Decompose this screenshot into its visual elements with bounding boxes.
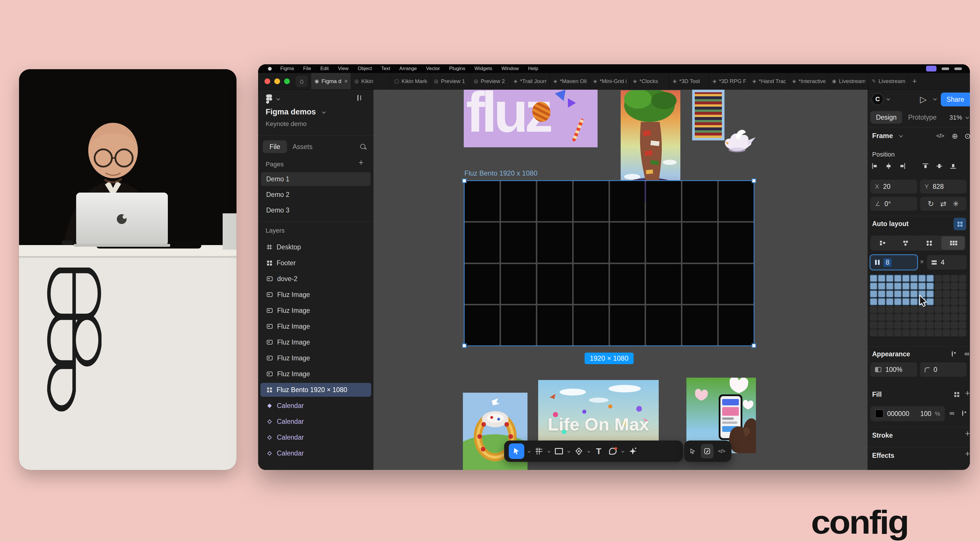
menu-item[interactable]: Text [381,66,390,72]
browser-tab[interactable]: ◎Preview 1 [431,73,470,89]
grid-picker-cell[interactable] [942,275,950,282]
fluz-artwork[interactable]: fluz [464,90,598,147]
align-left-icon[interactable] [871,162,878,170]
actions-button[interactable] [628,443,638,459]
bento-cell[interactable] [682,223,717,263]
grid-picker-cell[interactable] [910,321,918,329]
grid-picker-cell[interactable] [959,275,966,282]
add-effect-button[interactable]: + [965,449,970,459]
project-name[interactable]: Keynote demo [266,120,307,128]
grid-picker-cell[interactable] [951,275,958,282]
figma-menu-icon[interactable] [266,94,272,104]
grid-picker-cell[interactable] [870,306,877,313]
layer-row[interactable]: Fluz Image [261,351,371,365]
grid-picker-cell[interactable] [902,314,910,321]
grid-picker-cell[interactable] [894,275,902,282]
grid-picker-cell[interactable] [951,283,958,290]
layer-row[interactable]: Fluz Bento 1920 × 1080 [261,383,371,397]
bento-cell[interactable] [465,181,500,221]
chevron-down-icon[interactable] [899,134,903,138]
bento-cell[interactable] [465,305,500,345]
browser-tab[interactable]: ▢Kikin Marke... [391,73,431,89]
grid-picker-cell[interactable] [878,290,885,297]
layer-row[interactable]: Desktop [261,240,371,254]
grid-picker-cell[interactable] [902,283,910,290]
grid-picker-cell[interactable] [951,298,958,305]
grid-picker-cell[interactable] [959,329,966,337]
grid-picker-cell[interactable] [934,275,942,282]
browser-tab[interactable]: ◎Preview 2 [470,73,510,89]
dev-code-icon[interactable]: </> [936,132,944,139]
bento-cell[interactable] [501,264,536,304]
bento-cell[interactable] [537,223,572,263]
grid-picker-cell[interactable] [886,283,894,290]
grid-picker-cell[interactable] [878,306,885,313]
grid-picker-cell[interactable] [902,298,910,305]
layer-row[interactable]: Fluz Image [261,288,371,302]
pointer-mode-button[interactable] [686,444,699,458]
grid-picker-cell[interactable] [934,306,942,313]
grid-picker-cell[interactable] [934,321,942,329]
bento-cell[interactable] [682,181,717,221]
resize-handle[interactable] [752,343,756,348]
bento-cell[interactable] [574,264,609,304]
layer-row[interactable]: Fluz Image [261,335,371,349]
bento-cell[interactable] [574,181,609,221]
grid-picker-cell[interactable] [918,275,926,282]
file-name[interactable]: Figma demos [266,108,316,116]
menu-item[interactable]: Plugins [449,66,466,72]
grid-picker-cell[interactable] [926,329,934,337]
layer-row[interactable]: Fluz Image [261,304,371,318]
browser-tab[interactable]: ◉Figma d...× [311,73,351,89]
grid-picker-cell[interactable] [870,298,877,305]
bento-cell[interactable] [719,223,754,263]
add-fill-button[interactable]: + [965,388,970,398]
grid-picker-cell[interactable] [926,306,934,313]
grid-picker-cell[interactable] [934,290,942,297]
move-tool-button[interactable] [509,443,524,459]
bento-cell[interactable] [646,223,681,263]
wrap-flow-button[interactable] [918,237,941,250]
grid-picker-cell[interactable] [942,290,950,297]
grid-picker-cell[interactable] [910,290,918,297]
page-row[interactable]: Demo 3 [261,203,371,217]
menu-item[interactable]: Vector [426,66,440,72]
bento-cell[interactable] [465,264,500,304]
add-page-button[interactable]: + [358,158,364,167]
grid-picker-cell[interactable] [959,321,966,329]
grid-picker-cell[interactable] [910,298,918,305]
layer-row[interactable]: Fluz Image [261,319,371,333]
draw-mode-button[interactable] [701,444,714,458]
chevron-down-icon[interactable] [622,450,624,453]
fill-variables-icon[interactable]: ∞ [950,409,955,417]
rotation-input[interactable]: ∠ 0° [870,197,917,211]
new-tab-button[interactable]: + [908,77,921,86]
grid-picker-cell[interactable] [886,275,894,282]
dev-mode-button[interactable]: </> [715,444,728,458]
layer-row[interactable]: Footer [261,256,371,270]
grid-picker-cell[interactable] [870,275,877,282]
tab-file[interactable]: File [263,140,287,153]
pen-tool-button[interactable] [574,443,584,459]
grid-picker-cell[interactable] [959,306,966,313]
chevron-down-icon[interactable] [548,450,550,453]
bento-cell[interactable] [501,181,536,221]
grid-picker-cell[interactable] [918,329,926,337]
chevron-down-icon[interactable] [587,450,590,453]
grid-picker-cell[interactable] [918,314,926,321]
grid-picker-cell[interactable] [934,283,942,290]
share-button[interactable]: Share [941,92,970,106]
text-tool-button[interactable]: T [593,443,604,459]
grid-picker-cell[interactable] [886,329,894,337]
bento-cell[interactable] [719,181,754,221]
grid-picker-cell[interactable] [878,298,885,305]
grid-picker-cell[interactable] [870,329,877,337]
apple-menu-icon[interactable] [268,67,272,71]
x-position-input[interactable]: X 20 [870,180,917,194]
corner-radius-input[interactable]: 0 [920,362,967,377]
grid-picker-cell[interactable] [902,306,910,313]
grid-picker-cell[interactable] [959,298,966,305]
grid-picker-cell[interactable] [878,329,885,337]
grid-picker-cell[interactable] [918,283,926,290]
grid-picker-cell[interactable] [959,283,966,290]
